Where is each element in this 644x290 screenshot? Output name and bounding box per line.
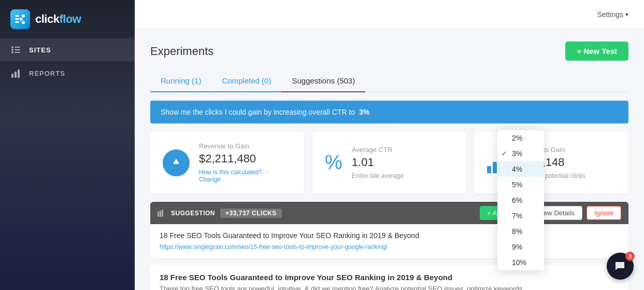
experiments-header: Experiments + New Test — [150, 42, 628, 61]
ctr-banner: Show me the clicks I could gain by incre… — [150, 101, 628, 123]
dropdown-item-4pct[interactable]: 4% — [497, 161, 544, 177]
ignore-button[interactable]: Ignore — [586, 206, 621, 220]
chat-bubble[interactable]: 3 — [607, 253, 634, 280]
ctr-info: Average CTR 1.01 Entire site average — [352, 146, 404, 179]
dropdown-item-9pct[interactable]: 9% — [497, 239, 544, 255]
sub-separator: - — [265, 169, 267, 176]
checkmark-icon: ✓ — [502, 150, 507, 157]
how-calculated-link[interactable]: How is this calculated? — [199, 169, 262, 176]
settings-button[interactable]: Settings ▾ — [597, 10, 628, 19]
svg-point-5 — [22, 21, 25, 24]
svg-rect-14 — [18, 70, 20, 78]
svg-rect-17 — [158, 212, 159, 217]
svg-rect-11 — [15, 52, 20, 53]
svg-rect-19 — [162, 210, 163, 217]
suggestion-header: SUGGESTION +33,737 CLICKS + Add Test Vie… — [150, 202, 628, 224]
item-value: 4% — [512, 165, 522, 173]
dropdown-item-10pct[interactable]: 10% — [497, 255, 544, 270]
metric-card-revenue: Revenue to Gain $2,211,480 How is this c… — [150, 132, 304, 194]
metrics-row: Revenue to Gain $2,211,480 How is this c… — [150, 132, 628, 194]
main-content: Settings ▾ Experiments + New Test Runnin… — [135, 0, 644, 290]
svg-rect-13 — [15, 72, 17, 78]
reports-icon — [10, 68, 22, 78]
dropdown-item-2pct[interactable]: 2% — [497, 130, 544, 146]
dropdown-item-8pct[interactable]: 8% — [497, 224, 544, 239]
svg-point-8 — [11, 49, 13, 51]
sidebar-item-sites[interactable]: SITES — [0, 38, 135, 61]
sidebar: clickflow SITES — [0, 0, 135, 290]
suggestion-card: SUGGESTION +33,737 CLICKS + Add Test Vie… — [150, 202, 628, 258]
revenue-sub: How is this calculated? - Change — [199, 169, 292, 183]
content-area: Experiments + New Test Running (1) Compl… — [135, 29, 644, 290]
svg-rect-12 — [11, 74, 13, 78]
logo-text: clickflow — [35, 12, 81, 26]
banner-text: Show me the clicks I could gain by incre… — [161, 108, 355, 116]
ctr-label: Average CTR — [352, 146, 404, 154]
second-suggestion-desc: These top free SEO tools are powerful, i… — [160, 285, 619, 290]
top-header: Settings ▾ — [135, 0, 644, 29]
svg-point-3 — [22, 15, 25, 18]
svg-rect-2 — [15, 21, 19, 23]
svg-rect-9 — [15, 49, 20, 50]
ctr-value: 1.01 — [352, 156, 404, 169]
change-link[interactable]: Change — [199, 176, 221, 183]
sidebar-item-sites-label: SITES — [29, 46, 51, 54]
clicks-badge: +33,737 CLICKS — [220, 209, 282, 218]
second-suggestion-title: 18 Free SEO Tools Guaranteed to Improve … — [160, 273, 619, 282]
item-value: 7% — [512, 212, 522, 220]
logo-icon — [10, 9, 30, 29]
tab-running[interactable]: Running (1) — [150, 71, 211, 92]
selected-percent: 3% — [359, 108, 369, 116]
suggestion-body: 18 Free SEO Tools Guaranteed to Improve … — [150, 224, 628, 258]
tabs-bar: Running (1) Completed (0) Suggestions (5… — [150, 71, 628, 92]
revenue-label: Revenue to Gain — [199, 142, 292, 150]
item-value: 2% — [512, 134, 522, 142]
bar-2 — [493, 162, 497, 173]
revenue-info: Revenue to Gain $2,211,480 How is this c… — [199, 142, 292, 183]
dropdown-item-5pct[interactable]: 5% — [497, 177, 544, 192]
suggestion-icon — [158, 210, 166, 217]
chat-badge: 3 — [625, 252, 635, 261]
suggestion-badge: SUGGESTION — [171, 210, 215, 217]
svg-point-10 — [11, 51, 13, 53]
item-value: 10% — [512, 258, 526, 267]
new-test-button[interactable]: + New Test — [565, 42, 628, 61]
svg-point-6 — [11, 46, 13, 48]
dropdown-item-6pct[interactable]: 6% — [497, 192, 544, 208]
sidebar-item-reports[interactable]: REPORTS — [0, 61, 135, 85]
svg-rect-18 — [160, 211, 161, 217]
item-value: 8% — [512, 227, 522, 236]
dropdown-item-7pct[interactable]: 7% — [497, 208, 544, 224]
revenue-icon-circle — [163, 149, 190, 176]
item-value: 3% — [512, 149, 522, 158]
page-title: Experiments — [150, 45, 213, 58]
suggestion-url[interactable]: https://www.singlegrain.com/seo/15-free-… — [160, 243, 388, 251]
bar-1 — [487, 166, 491, 173]
logo-area[interactable]: clickflow — [0, 0, 135, 38]
sidebar-item-reports-label: REPORTS — [29, 70, 65, 77]
tab-completed[interactable]: Completed (0) — [211, 71, 281, 92]
dropdown-item-3pct[interactable]: ✓ 3% — [497, 146, 544, 161]
svg-rect-1 — [15, 18, 19, 20]
item-value: 5% — [512, 181, 522, 189]
item-value: 6% — [512, 196, 522, 204]
percent-dropdown[interactable]: 2% ✓ 3% 4% 5% 6% 7% 8% 9% — [497, 130, 544, 270]
svg-rect-0 — [15, 15, 19, 17]
ctr-sub: Entire site average — [352, 172, 404, 179]
item-value: 9% — [512, 243, 522, 251]
suggestion-title: 18 Free SEO Tools Guaranteed to Improve … — [160, 231, 619, 240]
metric-card-ctr: % Average CTR 1.01 Entire site average — [312, 132, 466, 194]
tab-suggestions[interactable]: Suggestions (503) — [281, 71, 365, 92]
svg-rect-7 — [15, 47, 20, 48]
second-suggestion-card: 18 Free SEO Tools Guaranteed to Improve … — [150, 265, 628, 290]
percent-icon: % — [325, 151, 342, 174]
chat-icon — [614, 260, 626, 272]
revenue-value: $2,211,480 — [199, 152, 292, 165]
list-icon — [10, 46, 22, 54]
svg-point-4 — [20, 18, 23, 21]
